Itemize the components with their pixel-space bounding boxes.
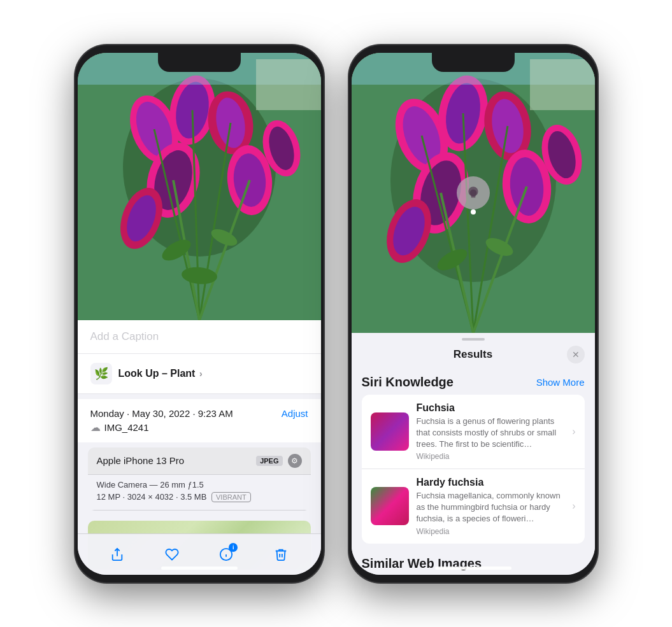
cloud-icon: ☁	[90, 421, 101, 433]
delete-button[interactable]	[268, 542, 294, 567]
svg-rect-0	[78, 53, 321, 320]
settings-icon[interactable]: ⚙	[288, 454, 302, 468]
info-badge: i	[229, 543, 238, 552]
results-title: Results	[454, 348, 492, 361]
svg-line-47	[463, 113, 473, 333]
notch	[158, 53, 241, 72]
lookup-row[interactable]: 🌿 Look Up – Plant ›	[78, 354, 321, 394]
right-screen: Results ✕ Siri Knowledge Show More	[352, 53, 595, 575]
hardy-fuchsia-name: Hardy fuchsia	[417, 477, 562, 488]
svg-line-49	[441, 193, 473, 333]
close-button[interactable]: ✕	[567, 346, 585, 363]
svg-line-46	[422, 136, 473, 333]
right-phone: Results ✕ Siri Knowledge Show More	[349, 45, 597, 582]
svg-point-37	[487, 96, 527, 155]
svg-point-52	[483, 234, 515, 259]
file-format-badge: JPEG	[256, 456, 282, 466]
hardy-chevron-icon: ›	[572, 500, 575, 512]
favorite-button[interactable]	[159, 542, 185, 567]
svg-point-9	[148, 146, 198, 214]
svg-point-6	[203, 87, 257, 158]
svg-point-8	[138, 136, 207, 223]
left-phone: Add a Caption 🌿 Look Up – Plant › Monday…	[75, 45, 324, 582]
flower-image-right[interactable]	[352, 53, 595, 333]
knowledge-card: Fuchsia Fuchsia is a genus of flowering …	[362, 395, 585, 544]
svg-point-43	[387, 202, 431, 259]
lookup-label: Look Up – Plant ›	[118, 368, 203, 379]
svg-point-45	[543, 128, 580, 181]
vibrant-badge: VIBRANT	[211, 492, 251, 502]
svg-rect-54	[530, 59, 595, 110]
caption-area[interactable]: Add a Caption	[78, 320, 321, 354]
svg-point-12	[112, 181, 170, 254]
left-screen: Add a Caption 🌿 Look Up – Plant › Monday…	[78, 53, 321, 575]
camera-details: Wide Camera — 26 mm ƒ1.5 12 MP · 3024 × …	[88, 475, 311, 510]
hardy-fuchsia-desc: Fuchsia magellanica, commonly known as t…	[417, 490, 562, 525]
svg-point-32	[385, 91, 457, 180]
svg-point-7	[212, 95, 248, 150]
results-header: Results ✕	[352, 343, 595, 367]
fuchsia-source: Wikipedia	[417, 452, 562, 461]
photo-info-section: Monday · May 30, 2022 · 9:23 AM Adjust ☁…	[78, 399, 321, 442]
visual-lookup-dot	[471, 209, 476, 215]
fuchsia-name: Fuchsia	[417, 402, 562, 414]
fuchsia-item[interactable]: Fuchsia Fuchsia is a genus of flowering …	[362, 395, 585, 470]
megapixels-line: 12 MP · 3024 × 4032 · 3.5 MB VIBRANT	[97, 492, 302, 502]
svg-point-4	[164, 71, 220, 148]
visual-lookup-button[interactable]	[457, 176, 490, 209]
visual-lookup-icon: 🌿	[90, 363, 112, 384]
filename-row: ☁ IMG_4241	[90, 421, 308, 433]
date-row: Monday · May 30, 2022 · 9:23 AM Adjust	[90, 408, 308, 419]
hardy-fuchsia-text: Hardy fuchsia Fuchsia magellanica, commo…	[417, 477, 562, 536]
show-more-button[interactable]: Show More	[536, 377, 585, 388]
svg-point-13	[121, 191, 162, 245]
home-indicator-right	[435, 567, 511, 570]
svg-line-48	[473, 126, 508, 333]
fuchsia-desc: Fuchsia is a genus of flowering plants t…	[417, 416, 562, 451]
exif-row: ISO 50 26 mm 0 ev ƒ1.5 1/181 s	[88, 510, 311, 511]
filename-text: IMG_4241	[104, 422, 149, 433]
svg-point-22	[208, 225, 239, 249]
svg-point-40	[499, 147, 554, 225]
svg-line-20	[199, 180, 250, 320]
siri-knowledge-header: Siri Knowledge Show More	[362, 367, 585, 395]
svg-line-17	[192, 110, 199, 320]
camera-section: Apple iPhone 13 Pro JPEG ⚙ Wide Camera —…	[88, 447, 311, 511]
svg-point-23	[180, 265, 217, 285]
svg-point-3	[129, 97, 179, 162]
hardy-fuchsia-source: Wikipedia	[417, 527, 562, 536]
hardy-fuchsia-item[interactable]: Hardy fuchsia Fuchsia magellanica, commo…	[362, 469, 585, 544]
sheet-handle	[462, 338, 485, 341]
camera-model-text: Apple iPhone 13 Pro	[97, 455, 185, 466]
svg-point-33	[396, 101, 448, 170]
svg-point-36	[478, 87, 536, 164]
svg-point-15	[264, 123, 298, 173]
share-button[interactable]	[104, 542, 130, 567]
svg-point-11	[231, 151, 268, 208]
svg-point-1	[123, 78, 276, 257]
svg-line-50	[473, 187, 527, 333]
svg-point-14	[257, 116, 306, 180]
caption-placeholder: Add a Caption	[90, 330, 159, 342]
svg-point-5	[171, 79, 213, 141]
svg-line-16	[154, 129, 199, 320]
svg-point-10	[224, 143, 275, 217]
svg-point-21	[159, 236, 194, 265]
flower-image-left[interactable]	[78, 53, 321, 320]
svg-line-18	[199, 123, 231, 320]
fuchsia-text: Fuchsia Fuchsia is a genus of flowering …	[417, 402, 562, 461]
home-indicator	[161, 567, 238, 570]
svg-point-34	[433, 71, 494, 155]
camera-model-row: Apple iPhone 13 Pro JPEG ⚙	[88, 447, 311, 475]
fuchsia-thumbnail	[371, 412, 409, 451]
date-text: Monday · May 30, 2022 · 9:23 AM	[90, 408, 233, 419]
adjust-button[interactable]: Adjust	[282, 408, 308, 419]
similar-section: Similar Web Images	[362, 549, 585, 575]
svg-point-2	[121, 88, 187, 169]
camera-lens-line: Wide Camera — 26 mm ƒ1.5	[97, 480, 302, 490]
info-button[interactable]: i	[213, 542, 239, 567]
similar-title: Similar Web Images	[362, 549, 585, 575]
hardy-fuchsia-thumbnail	[371, 487, 409, 525]
lookup-chevron-icon: ›	[199, 369, 203, 379]
results-content[interactable]: Siri Knowledge Show More Fuchsia Fuchsia…	[352, 367, 595, 575]
